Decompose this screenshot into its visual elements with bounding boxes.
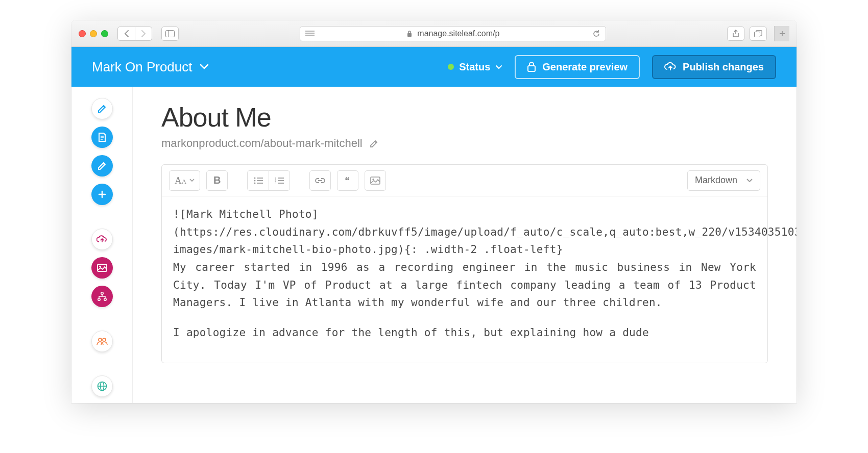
publish-changes-label: Publish changes bbox=[683, 61, 764, 73]
editor-toolbar: AA B 123 bbox=[162, 165, 767, 196]
quote-icon: ❝ bbox=[345, 175, 351, 186]
list-ol-icon: 123 bbox=[275, 177, 284, 184]
app-body: About Me markonproduct.com/about-mark-mi… bbox=[71, 87, 797, 403]
svg-point-16 bbox=[99, 338, 102, 341]
generate-preview-button[interactable]: Generate preview bbox=[515, 55, 640, 79]
close-window-button[interactable] bbox=[79, 30, 86, 37]
site-switcher[interactable]: Mark On Product bbox=[92, 59, 209, 75]
content-paragraph: ![Mark Mitchell Photo] (https://res.clou… bbox=[173, 206, 756, 312]
plus-icon bbox=[98, 190, 107, 199]
chevron-right-icon bbox=[141, 30, 146, 37]
sidebar-domain-button[interactable] bbox=[91, 375, 113, 397]
new-tab-button[interactable] bbox=[774, 26, 789, 41]
globe-icon bbox=[97, 381, 107, 391]
quote-button[interactable]: ❝ bbox=[337, 170, 358, 191]
url-bar[interactable]: manage.siteleaf.com/pages/5b3fc7c74fb209… bbox=[300, 26, 606, 41]
sidebar-add-button[interactable] bbox=[91, 184, 113, 205]
sidebar-posts-button[interactable] bbox=[91, 155, 113, 177]
lock-icon bbox=[407, 31, 412, 37]
editor-textarea[interactable]: ![Mark Mitchell Photo] (https://res.clou… bbox=[162, 196, 767, 363]
svg-point-12 bbox=[99, 266, 101, 268]
plus-icon bbox=[779, 30, 786, 37]
status-label: Status bbox=[459, 61, 490, 73]
sidebar-toggle-button[interactable] bbox=[161, 27, 179, 41]
sidebar-deploy-button[interactable] bbox=[91, 229, 113, 250]
tabs-button[interactable] bbox=[750, 27, 767, 41]
svg-point-23 bbox=[254, 182, 255, 184]
window-controls bbox=[79, 30, 108, 37]
browser-chrome: manage.siteleaf.com/pages/5b3fc7c74fb209… bbox=[71, 20, 797, 47]
format-select[interactable]: Markdown bbox=[687, 170, 760, 191]
share-icon bbox=[732, 30, 739, 38]
chevron-left-icon bbox=[124, 30, 129, 37]
app-header: Mark On Product Status Generate preview … bbox=[71, 47, 797, 87]
chevron-down-icon bbox=[189, 179, 195, 182]
permalink-row: markonproduct.com/about-mark-mitchell bbox=[161, 137, 768, 150]
list-ul-icon bbox=[254, 177, 263, 184]
editor: AA B 123 bbox=[161, 164, 768, 363]
status-dropdown[interactable]: Status bbox=[448, 61, 502, 73]
sidebar-media-button[interactable] bbox=[91, 257, 113, 279]
image-icon bbox=[97, 264, 107, 272]
sidebar-pages-button[interactable] bbox=[91, 127, 113, 148]
chevron-down-icon bbox=[200, 64, 209, 70]
bold-button[interactable]: B bbox=[206, 170, 228, 191]
edit-permalink-button[interactable] bbox=[370, 139, 379, 148]
cloud-upload-icon bbox=[97, 235, 108, 243]
link-icon bbox=[315, 178, 325, 184]
svg-rect-5 bbox=[407, 33, 412, 37]
svg-rect-6 bbox=[755, 32, 760, 37]
svg-point-15 bbox=[104, 298, 106, 300]
maximize-window-button[interactable] bbox=[101, 30, 108, 37]
permalink-text: markonproduct.com/about-mark-mitchell bbox=[161, 137, 363, 150]
text-size-icon: AA bbox=[175, 175, 186, 186]
publish-changes-button[interactable]: Publish changes bbox=[652, 55, 776, 79]
link-button[interactable] bbox=[309, 170, 331, 191]
chevron-down-icon bbox=[495, 65, 502, 69]
image-button[interactable] bbox=[365, 170, 386, 191]
reader-icon bbox=[305, 31, 315, 37]
url-text: manage.siteleaf.com/pages/5b3fc7c74fb209… bbox=[417, 29, 499, 38]
svg-point-14 bbox=[98, 298, 100, 300]
svg-text:3: 3 bbox=[275, 182, 277, 184]
ordered-list-button[interactable]: 123 bbox=[269, 170, 290, 191]
pencil-icon bbox=[97, 104, 107, 114]
tabs-icon bbox=[754, 30, 762, 37]
content-paragraph: I apologize in advance for the length of… bbox=[173, 324, 756, 342]
forward-button[interactable] bbox=[135, 27, 152, 41]
heading-button[interactable]: AA bbox=[169, 170, 200, 191]
sidebar-icon bbox=[165, 30, 175, 37]
browser-window: manage.siteleaf.com/pages/5b3fc7c74fb209… bbox=[71, 20, 797, 403]
main-content: About Me markonproduct.com/about-mark-mi… bbox=[133, 87, 797, 403]
page-icon bbox=[98, 132, 107, 142]
svg-point-21 bbox=[254, 177, 255, 179]
chevron-down-icon bbox=[746, 179, 753, 183]
share-button[interactable] bbox=[727, 27, 744, 41]
sitemap-icon bbox=[97, 292, 107, 301]
status-indicator-icon bbox=[448, 64, 454, 70]
sidebar bbox=[71, 87, 133, 403]
reload-icon[interactable] bbox=[592, 30, 600, 38]
sidebar-edit-button[interactable] bbox=[91, 98, 113, 119]
sidebar-structure-button[interactable] bbox=[91, 286, 113, 307]
page-title[interactable]: About Me bbox=[161, 102, 768, 133]
image-icon bbox=[370, 177, 380, 185]
svg-point-17 bbox=[103, 338, 106, 341]
pencil-icon bbox=[97, 161, 107, 171]
format-label: Markdown bbox=[695, 175, 737, 186]
lock-icon bbox=[527, 62, 536, 72]
minimize-window-button[interactable] bbox=[90, 30, 97, 37]
users-icon bbox=[97, 337, 108, 345]
svg-point-13 bbox=[101, 292, 103, 294]
svg-rect-0 bbox=[166, 30, 175, 37]
svg-point-34 bbox=[373, 178, 374, 180]
site-title-text: Mark On Product bbox=[92, 59, 192, 75]
back-button[interactable] bbox=[117, 27, 135, 41]
unordered-list-button[interactable] bbox=[247, 170, 269, 191]
sidebar-users-button[interactable] bbox=[91, 331, 113, 352]
svg-rect-7 bbox=[528, 66, 535, 71]
cloud-upload-icon bbox=[664, 62, 677, 71]
generate-preview-label: Generate preview bbox=[542, 61, 628, 73]
svg-point-22 bbox=[254, 180, 255, 181]
